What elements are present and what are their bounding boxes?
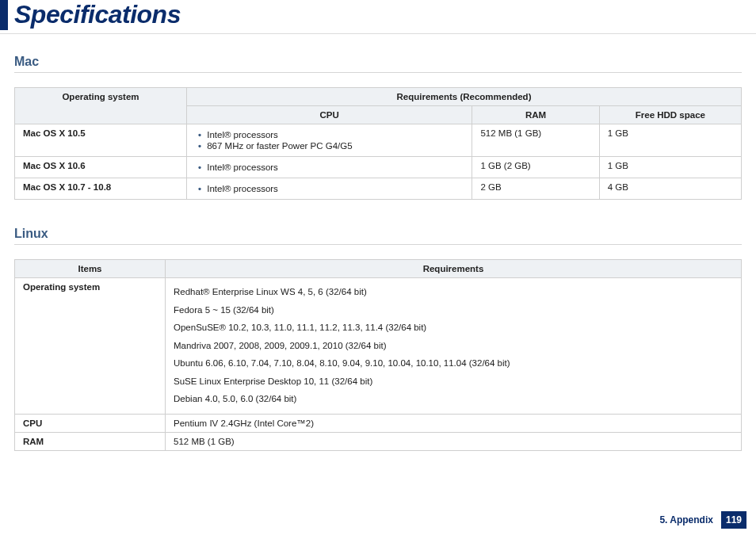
page-title: Specifications [14,0,181,29]
req-line: Debian 4.0, 5.0, 6.0 (32/64 bit) [174,392,733,407]
linux-item-cell: RAM [15,432,166,450]
list-item: 867 MHz or faster Power PC G4/G5 [198,141,464,151]
mac-hdd-cell: 1 GB [599,157,741,178]
req-line: OpenSuSE® 10.2, 10.3, 11.0, 11.1, 11.2, … [174,320,733,336]
req-line: Mandriva 2007, 2008, 2009, 2009.1, 2010 … [174,338,733,354]
mac-header-os: Operating system [15,88,187,124]
mac-os-cell: Mac OS X 10.7 - 10.8 [15,178,187,200]
table-row: Mac OS X 10.5 Intel® processors 867 MHz … [15,124,742,157]
section-heading-linux: Linux [14,220,742,245]
linux-table: Items Requirements Operating system Redh… [14,259,742,451]
table-row: Mac OS X 10.6 Intel® processors 1 GB (2 … [15,157,742,178]
mac-cpu-cell: Intel® processors [186,157,472,178]
list-item: Intel® processors [198,130,464,139]
mac-header-ram: RAM [472,106,599,124]
mac-header-cpu: CPU [186,106,472,124]
mac-os-cell: Mac OS X 10.5 [15,124,187,157]
linux-header-items: Items [15,260,166,278]
list-item: Intel® processors [198,184,464,193]
mac-cpu-cell: Intel® processors [186,178,472,200]
mac-ram-cell: 2 GB [472,178,599,200]
req-line: Ubuntu 6.06, 6.10, 7.04, 7.10, 8.04, 8.1… [174,356,733,372]
req-line: Redhat® Enterprise Linux WS 4, 5, 6 (32/… [174,285,733,300]
linux-item-cell: CPU [15,414,166,432]
title-bar: Specifications [0,0,756,34]
mac-hdd-cell: 4 GB [599,178,741,200]
title-accent-mark [0,0,8,30]
mac-hdd-cell: 1 GB [599,124,741,157]
linux-item-cell: Operating system [15,278,166,415]
req-line: SuSE Linux Enterprise Desktop 10, 11 (32… [174,374,733,390]
page-footer: 5. Appendix 119 [659,511,746,529]
mac-table: Operating system Requirements (Recommend… [14,87,742,200]
mac-header-hdd: Free HDD space [599,106,741,124]
linux-header-req: Requirements [166,260,742,278]
linux-req-cell: Redhat® Enterprise Linux WS 4, 5, 6 (32/… [166,278,742,415]
footer-page-number: 119 [721,511,746,529]
list-item: Intel® processors [198,162,464,172]
table-row: CPU Pentium IV 2.4GHz (Intel Core™2) [15,414,742,432]
section-heading-mac: Mac [14,48,742,73]
linux-req-cell: 512 MB (1 GB) [166,432,742,450]
table-row: Mac OS X 10.7 - 10.8 Intel® processors 2… [15,178,742,200]
content-area: Mac Operating system Requirements (Recom… [0,48,756,451]
mac-os-cell: Mac OS X 10.6 [15,157,187,178]
table-row: RAM 512 MB (1 GB) [15,432,742,450]
linux-req-cell: Pentium IV 2.4GHz (Intel Core™2) [166,414,742,432]
req-line: Fedora 5 ~ 15 (32/64 bit) [174,303,733,319]
mac-cpu-cell: Intel® processors 867 MHz or faster Powe… [186,124,472,157]
table-row: Operating system Redhat® Enterprise Linu… [15,278,742,415]
mac-header-req: Requirements (Recommended) [186,88,741,106]
mac-ram-cell: 1 GB (2 GB) [472,157,599,178]
mac-ram-cell: 512 MB (1 GB) [472,124,599,157]
footer-section-label: 5. Appendix [659,514,713,525]
